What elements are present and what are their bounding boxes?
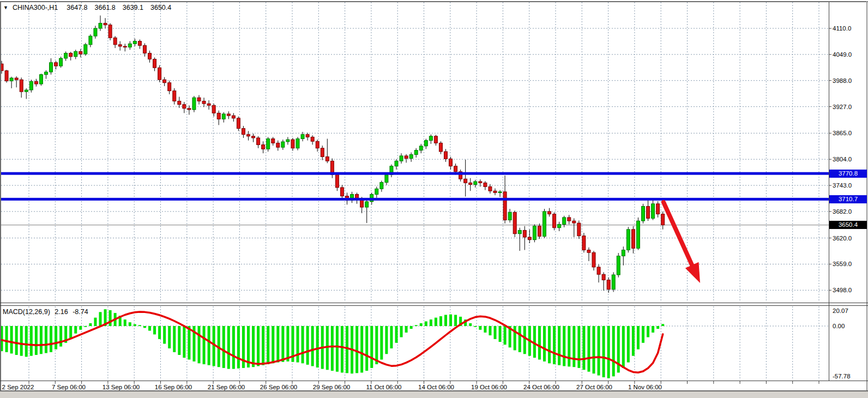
candle xyxy=(469,183,472,184)
candle xyxy=(464,179,467,183)
candle xyxy=(642,206,645,221)
candle xyxy=(276,143,280,147)
level-price-badge: 3710.7 xyxy=(829,195,867,203)
chart-plot-area[interactable] xyxy=(0,0,868,398)
candle xyxy=(385,174,388,182)
candle xyxy=(474,182,477,184)
macd-indicator-label: MACD(12,26,9) 2.16 -8.74 xyxy=(3,308,91,316)
candle xyxy=(311,137,314,141)
candle xyxy=(340,188,343,196)
candle xyxy=(143,45,146,53)
candle xyxy=(138,41,141,46)
price-tick-label: 3743.0 xyxy=(833,182,866,189)
candle xyxy=(296,138,299,148)
candle xyxy=(257,138,260,145)
candle xyxy=(217,113,220,119)
candle xyxy=(439,143,442,152)
candle xyxy=(395,161,398,166)
price-tick-label: 3988.0 xyxy=(833,77,866,85)
candle xyxy=(533,226,536,240)
candle xyxy=(252,136,255,138)
candle xyxy=(449,159,453,166)
pane-splitter-line[interactable] xyxy=(0,305,868,306)
candle xyxy=(661,214,665,225)
candle xyxy=(493,191,497,192)
gridlines xyxy=(1,2,831,384)
candle xyxy=(636,221,640,248)
candle xyxy=(262,144,265,149)
candle xyxy=(405,156,408,159)
price-axis-border xyxy=(829,2,829,381)
candle xyxy=(5,71,8,81)
candle xyxy=(118,45,122,46)
time-tick-label: 2 Sep 2022 xyxy=(2,383,34,391)
candle xyxy=(301,135,304,139)
candle xyxy=(626,230,630,250)
candle xyxy=(286,140,290,142)
candle xyxy=(375,189,378,194)
candle xyxy=(523,230,526,237)
macd-main-value: 2.16 xyxy=(55,308,68,316)
candle xyxy=(602,274,605,280)
candle xyxy=(291,140,294,148)
candle xyxy=(548,212,551,214)
candle xyxy=(108,25,112,38)
candle xyxy=(321,148,324,157)
candle xyxy=(34,81,38,84)
horizontal-level-line[interactable] xyxy=(1,198,829,201)
macd-name-label: MACD(12,26,9) xyxy=(3,308,50,316)
candle xyxy=(29,81,33,90)
candle xyxy=(414,150,418,155)
candle xyxy=(178,101,181,104)
trend-arrow-annotation[interactable] xyxy=(664,202,700,283)
candle xyxy=(528,237,531,240)
candle xyxy=(281,142,285,147)
price-tick-label: 3804.0 xyxy=(833,155,866,163)
candle xyxy=(607,280,610,289)
candle xyxy=(50,63,53,72)
horizontal-level-line[interactable] xyxy=(1,172,829,175)
time-tick-label: 13 Sep 06:00 xyxy=(103,383,140,391)
candle xyxy=(563,218,566,225)
candle xyxy=(25,90,28,92)
candle xyxy=(434,136,437,143)
symbol-dropdown-icon[interactable]: ▼ xyxy=(3,5,8,10)
time-tick-label: 26 Sep 06:00 xyxy=(260,383,297,391)
candle xyxy=(69,53,73,57)
macd-tick-label: 20.07 xyxy=(833,307,866,315)
macd-histogram xyxy=(1,309,665,378)
candle xyxy=(543,212,546,237)
candle xyxy=(489,186,492,191)
candle xyxy=(74,51,77,56)
candle xyxy=(484,183,487,186)
time-tick-label: 16 Sep 06:00 xyxy=(155,383,192,391)
candle xyxy=(79,51,82,54)
macd-pane-border xyxy=(0,381,868,381)
pane-splitter-line[interactable] xyxy=(0,303,868,303)
price-tick-label: 3865.0 xyxy=(833,129,866,137)
ohlc-high-value: 3661.8 xyxy=(95,4,116,11)
candle xyxy=(227,114,230,116)
candle xyxy=(558,224,561,227)
candle xyxy=(212,105,215,113)
candle xyxy=(20,80,23,92)
candle xyxy=(113,38,117,45)
macd-tick-label: -57.78 xyxy=(833,372,866,380)
candle xyxy=(572,221,576,223)
candle xyxy=(326,156,329,161)
window-border-top xyxy=(0,1,868,2)
price-tick-label: 3620.0 xyxy=(833,234,866,242)
time-tick-label: 1 Nov 06:00 xyxy=(628,383,662,391)
candle xyxy=(400,156,403,161)
time-tick-label: 11 Oct 06:00 xyxy=(366,383,402,391)
candle xyxy=(237,118,240,129)
candle xyxy=(64,53,68,58)
candle xyxy=(518,230,521,233)
candle xyxy=(612,275,615,290)
candle xyxy=(15,78,18,80)
candle xyxy=(617,256,620,275)
candle xyxy=(197,98,201,101)
candle xyxy=(128,44,131,47)
candle xyxy=(104,23,107,25)
candle xyxy=(183,105,186,108)
